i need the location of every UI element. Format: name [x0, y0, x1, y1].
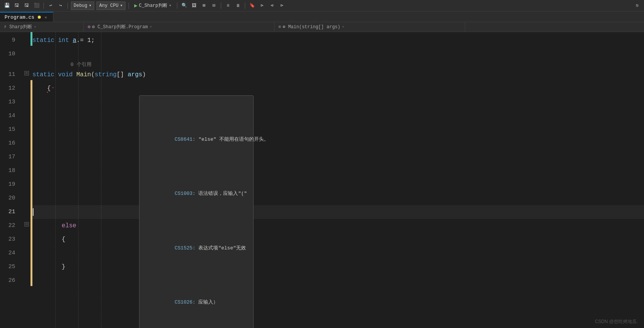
- fold-item-10: [23, 46, 31, 59]
- fold-item-20: [23, 190, 31, 204]
- line-num-20: 20: [0, 191, 18, 205]
- nav-left[interactable]: ♯ Sharp判断 ▾: [0, 22, 84, 32]
- nav-right-icon: ⊕: [278, 24, 281, 30]
- code-line-9: static int a.= 1;: [32, 34, 644, 47]
- toolbar-icon-10[interactable]: ⊲: [268, 2, 276, 10]
- tab-bar: Program.cs ✕: [0, 11, 644, 22]
- code-line-25: }: [32, 260, 644, 274]
- sep1: [43, 3, 44, 9]
- fold-button-22[interactable]: −: [24, 222, 29, 227]
- run-button[interactable]: ▶ C_Sharp判断 ▾: [132, 2, 174, 10]
- code-line-17: [32, 150, 644, 164]
- fold-item-21: [23, 204, 31, 217]
- code-line-16: [32, 137, 644, 150]
- toolbar-icon-11[interactable]: ⊳: [278, 2, 286, 10]
- redo-icon[interactable]: ↪: [57, 2, 64, 10]
- nav-middle-label: ⚙ C_Sharp判断.Program: [92, 24, 148, 30]
- toolbar-icon-2[interactable]: 🖫: [13, 2, 21, 10]
- code-line-14: [32, 109, 644, 123]
- code-line-11: static void Main(string[] args): [32, 68, 644, 82]
- undo-icon[interactable]: ↩: [47, 2, 55, 10]
- squiggle-brace: {: [47, 82, 51, 95]
- line-num-ref: [0, 61, 18, 68]
- line-num-15: 15: [0, 123, 18, 137]
- toolbar-icon-5[interactable]: ⊞: [200, 2, 208, 10]
- sep2: [67, 3, 68, 9]
- nav-right[interactable]: ⊕ ⊕ Main(string[] args) ▾: [275, 22, 465, 32]
- error-tooltip: CS8641: "else" 不能用在语句的开头。 CS1003: 语法错误，应…: [139, 95, 254, 328]
- code-line-18: [32, 164, 644, 178]
- toolbar-icon-4[interactable]: ⬛: [33, 2, 40, 10]
- ref-count-text: 0 个引用: [71, 61, 92, 68]
- fold-item-19: [23, 176, 31, 190]
- error-msg-2: 表达式项"else"无效: [198, 245, 246, 251]
- fold-item-11[interactable]: −: [23, 66, 31, 80]
- debug-dropdown[interactable]: Debug ▾: [71, 2, 94, 10]
- error-msg-0: "else" 不能用在语句的开头。: [198, 137, 269, 142]
- error-code-2: CS1525:: [175, 245, 198, 251]
- nav-middle[interactable]: ⚙ ⚙ C_Sharp判断.Program ▾: [84, 22, 275, 32]
- code-line-19: [32, 178, 644, 191]
- toolbar-search-icon[interactable]: 🔍: [180, 2, 188, 10]
- sep6: [245, 3, 245, 9]
- sep5: [221, 3, 221, 9]
- editor-container: 9 10 11 12 13 14 15 16 17 18 19 20 21 22…: [0, 32, 644, 328]
- nav-right-label: ⊕ Main(string[] args): [283, 24, 340, 30]
- fold-item-13: [23, 94, 31, 108]
- error-msg-3: 应输入）: [198, 299, 218, 305]
- fold-item-26: [23, 272, 31, 286]
- code-line-24: [32, 246, 644, 260]
- nav-middle-icon: ⚙: [88, 24, 90, 30]
- error-code-3: CS1026:: [175, 299, 198, 305]
- fold-item-22[interactable]: −: [23, 217, 31, 231]
- code-line-23: {: [32, 233, 644, 246]
- watermark: CSDN @想吃烤地瓜.: [595, 318, 638, 325]
- code-line-15: [32, 123, 644, 137]
- cursor-21: [33, 208, 34, 216]
- error-squiggle-indicator: ˜: [51, 83, 55, 97]
- modified-indicator: [38, 16, 41, 19]
- fold-item-9: [23, 32, 31, 46]
- toolbar-share-icon[interactable]: ⎋: [633, 2, 641, 10]
- line-numbers: 9 10 11 12 13 14 15 16 17 18 19 20 21 22…: [0, 32, 23, 328]
- toolbar-img-icon[interactable]: 🖼: [190, 2, 198, 10]
- toolbar-icon-3[interactable]: 🖫: [23, 2, 31, 10]
- tab-close-button[interactable]: ✕: [43, 14, 48, 20]
- error-msg-1: 语法错误，应输入"(": [198, 191, 247, 196]
- code-line-10: [32, 47, 644, 61]
- kw-static-9: static: [32, 34, 58, 47]
- fold-item-25: [23, 259, 31, 272]
- save-icon[interactable]: 💾: [3, 2, 11, 10]
- toolbar-icon-6[interactable]: ⊟: [210, 2, 218, 10]
- fold-gutter: − −: [23, 32, 31, 328]
- line-num-19: 19: [0, 178, 18, 191]
- fold-item-18: [23, 162, 31, 176]
- toolbar-icon-7[interactable]: ≡: [224, 2, 232, 10]
- toolbar-icon-9[interactable]: ⊳: [258, 2, 266, 10]
- line-num-14: 14: [0, 109, 18, 123]
- code-line-20: [32, 191, 644, 205]
- kw-else-22: else: [62, 219, 76, 233]
- fold-item-23: [23, 231, 31, 245]
- space-9: [69, 34, 73, 47]
- code-line-13: [32, 95, 644, 109]
- line-num-17: 17: [0, 150, 18, 164]
- code-line-22: else: [32, 219, 644, 233]
- tab-label: Program.cs: [5, 14, 34, 20]
- line-num-18: 18: [0, 164, 18, 178]
- toolbar-icon-8[interactable]: ≣: [234, 2, 242, 10]
- run-label: C_Sharp判断: [139, 2, 167, 9]
- fold-item-17: [23, 149, 31, 162]
- tab-program[interactable]: Program.cs ✕: [0, 12, 53, 22]
- toolbar-bookmark-icon[interactable]: 🔖: [248, 2, 256, 10]
- code-line-26: [32, 274, 644, 288]
- line-num-12: 12: [0, 82, 18, 95]
- line-num-23: 23: [0, 233, 18, 246]
- nav-left-label: ♯ Sharp判断: [4, 24, 32, 30]
- line-num-25: 25: [0, 260, 18, 274]
- code-area[interactable]: static int a.= 1; 0 个引用 static void Main…: [32, 32, 644, 328]
- cpu-dropdown[interactable]: Any CPU ▾: [96, 2, 125, 10]
- var-a-9: a: [73, 34, 77, 47]
- fold-button-11[interactable]: −: [24, 71, 29, 76]
- code-line-21[interactable]: [32, 205, 644, 219]
